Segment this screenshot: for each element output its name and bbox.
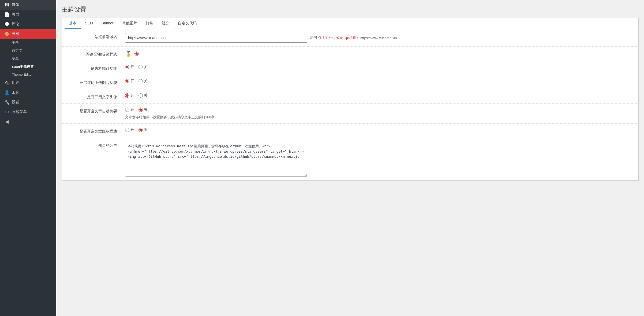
radio-on-label: 开 bbox=[130, 79, 134, 84]
sidebar-item-label: 收起菜单 bbox=[12, 109, 27, 114]
radio-on-label: 开 bbox=[130, 93, 134, 98]
radio-off-sidebar-stats[interactable]: 关 bbox=[138, 65, 148, 69]
sidebar-item-label: 媒体 bbox=[12, 2, 19, 7]
radio-off-comment-upload[interactable]: 关 bbox=[138, 79, 148, 84]
form-row-comment-upload: 开启评论上传图片功能： 开 关 bbox=[62, 75, 638, 89]
tab-other-images[interactable]: 其他图片 bbox=[118, 18, 141, 29]
sidebar-item-comments[interactable]: 💬 评论 bbox=[0, 19, 56, 29]
tab-custom-code[interactable]: 自定义代码 bbox=[174, 18, 201, 29]
radio-on-label: 开 bbox=[130, 107, 134, 112]
radio-off-input-copyright[interactable] bbox=[138, 128, 143, 132]
form-row-auto-excerpt: 是否开启文章自动摘要： 开 关 文章发布时如果不设置摘要，默认摘取文字正文的前1… bbox=[62, 104, 638, 124]
tab-social[interactable]: 社交 bbox=[158, 18, 174, 29]
domain-hint: 示例 必须加上http或者https协议： https://www.xuanmo… bbox=[310, 35, 397, 40]
radio-on-input-auto-excerpt[interactable] bbox=[125, 108, 129, 112]
label-vip: 评论区vip等级样式： bbox=[67, 50, 121, 57]
form-row-text-avatar: 是否开启文字头像： 开 关 bbox=[62, 89, 638, 104]
radio-off-label: 关 bbox=[144, 65, 148, 69]
sidebar-item-pages[interactable]: 📄 页面 bbox=[0, 10, 56, 19]
label-auto-excerpt: 是否开启文章自动摘要： bbox=[67, 107, 121, 114]
settings-icon: ⚙ bbox=[4, 109, 10, 115]
sidebar-sub-themes[interactable]: 主题 bbox=[0, 39, 56, 47]
users-icon: 👤 bbox=[4, 90, 10, 95]
radio-off-copyright[interactable]: 关 bbox=[138, 127, 148, 132]
auto-excerpt-note: 文章发布时如果不设置摘要，默认摘取文字正文的前160字 bbox=[125, 115, 215, 120]
sidebar-item-media[interactable]: 🖼 媒体 bbox=[0, 0, 56, 10]
form-row-copyright: 是否开启文章版权描述： 开 关 bbox=[62, 124, 638, 138]
hint-example-label: 示例 bbox=[310, 35, 317, 40]
sidebar-item-tools[interactable]: 🔧 设置 bbox=[0, 97, 56, 107]
field-domain-row: 示例 必须加上http或者https协议： https://www.xuanmo… bbox=[125, 33, 397, 43]
radio-off-input-text-avatar[interactable] bbox=[138, 93, 143, 98]
form-row-sidebar-stats: 侧边栏统计功能： 开 关 bbox=[62, 61, 638, 75]
hint-red-text: 必须加上http或者https协议： bbox=[318, 36, 359, 40]
radio-on-input-copyright[interactable] bbox=[125, 128, 129, 132]
pages-icon: 📄 bbox=[4, 12, 10, 17]
form-row-sidebar-notice: 侧边栏公告： 本站采用Nuxtjs+Wordpress Rest Api渲染页面… bbox=[62, 138, 638, 180]
form-container: 站点前端域名： 示例 必须加上http或者https协议： https://ww… bbox=[62, 29, 639, 181]
label-comment-upload: 开启评论上传图片功能： bbox=[67, 79, 121, 85]
field-vip: 🏅 bbox=[125, 50, 633, 57]
field-text-avatar: 开 关 bbox=[125, 93, 633, 98]
sidebar-item-label: 设置 bbox=[12, 100, 19, 105]
radio-on-auto-excerpt[interactable]: 开 bbox=[125, 107, 134, 112]
radio-on-input-text-avatar[interactable] bbox=[125, 93, 129, 98]
form-row-vip: 评论区vip等级样式： 🏅 bbox=[62, 47, 638, 61]
field-sidebar-stats: 开 关 bbox=[125, 65, 633, 69]
radio-group-copyright: 开 关 bbox=[125, 127, 148, 132]
sidebar-item-label: 外观 bbox=[12, 31, 19, 36]
page-title: 主题设置 bbox=[62, 5, 639, 14]
tab-basic[interactable]: 基本 bbox=[65, 18, 81, 29]
media-icon: 🖼 bbox=[4, 2, 10, 8]
sidebar-sub-menus[interactable]: 菜单 bbox=[0, 55, 56, 63]
sidebar-item-settings[interactable]: ⚙ 收起菜单 bbox=[0, 107, 56, 117]
sidebar: 🖼 媒体 📄 页面 💬 评论 🎨 外观 主题 自定义 菜单 xuan主题设置 T… bbox=[0, 0, 56, 316]
radio-off-input-auto-excerpt[interactable] bbox=[138, 108, 143, 112]
vip-radio[interactable] bbox=[134, 52, 139, 56]
radio-off-label: 关 bbox=[144, 107, 148, 112]
domain-input[interactable] bbox=[125, 33, 307, 43]
field-vip-row: 🏅 bbox=[125, 50, 139, 57]
radio-on-copyright[interactable]: 开 bbox=[125, 127, 134, 132]
tab-tips[interactable]: 打赏 bbox=[141, 18, 158, 29]
sidebar-item-label: 用户 bbox=[12, 80, 19, 85]
sidebar-item-appearance[interactable]: 🎨 外观 bbox=[0, 29, 56, 39]
radio-on-comment-upload[interactable]: 开 bbox=[125, 79, 134, 84]
plugins-icon: 🔌 bbox=[4, 80, 10, 86]
field-comment-upload: 开 关 bbox=[125, 79, 633, 84]
label-sidebar-stats: 侧边栏统计功能： bbox=[67, 65, 121, 71]
radio-off-text-avatar[interactable]: 关 bbox=[138, 93, 148, 98]
radio-group-comment-upload: 开 关 bbox=[125, 79, 148, 84]
radio-group-sidebar-stats: 开 关 bbox=[125, 65, 148, 69]
tab-banner[interactable]: Banner bbox=[97, 18, 118, 29]
radio-on-text-avatar[interactable]: 开 bbox=[125, 93, 134, 98]
sidebar-item-label: 页面 bbox=[12, 12, 19, 17]
label-domain: 站点前端域名： bbox=[67, 33, 121, 39]
appearance-icon: 🎨 bbox=[4, 31, 10, 36]
sidebar-item-label: 评论 bbox=[12, 22, 19, 27]
field-copyright: 开 关 bbox=[125, 127, 633, 132]
label-copyright: 是否开启文章版权描述： bbox=[67, 127, 121, 134]
comments-icon: 💬 bbox=[4, 21, 10, 27]
radio-off-label: 关 bbox=[144, 93, 148, 98]
field-sidebar-notice: 本站采用Nuxtjs+Wordpress Rest Api渲染页面，源码存放在G… bbox=[125, 142, 633, 177]
sidebar-sub-customize[interactable]: 自定义 bbox=[0, 47, 56, 55]
sidebar-item-users[interactable]: 👤 工具 bbox=[0, 88, 56, 97]
sidebar-sub-xuan-settings[interactable]: xuan主题设置 bbox=[0, 63, 56, 71]
sidebar-item-collapse[interactable]: ◀ bbox=[0, 117, 56, 126]
radio-off-auto-excerpt[interactable]: 关 bbox=[138, 107, 148, 112]
tab-bar: 基本 SEO Banner 其他图片 打赏 社交 自定义代码 bbox=[62, 18, 639, 29]
tab-seo[interactable]: SEO bbox=[81, 18, 97, 29]
vip-emoji: 🏅 bbox=[125, 50, 132, 57]
radio-on-label: 开 bbox=[130, 127, 134, 132]
sidebar-sub-theme-editor[interactable]: Theme Editor bbox=[0, 71, 56, 78]
sidebar-item-plugins[interactable]: 🔌 用户 bbox=[0, 78, 56, 88]
radio-on-input-sidebar-stats[interactable] bbox=[125, 65, 129, 69]
sidebar-item-label: 工具 bbox=[12, 90, 19, 95]
radio-on-input-comment-upload[interactable] bbox=[125, 79, 129, 83]
radio-off-input-sidebar-stats[interactable] bbox=[138, 65, 143, 69]
radio-on-sidebar-stats[interactable]: 开 bbox=[125, 65, 134, 69]
collapse-icon: ◀ bbox=[4, 119, 10, 124]
sidebar-notice-textarea[interactable]: 本站采用Nuxtjs+Wordpress Rest Api渲染页面，源码存放在G… bbox=[125, 142, 307, 177]
radio-off-input-comment-upload[interactable] bbox=[138, 79, 143, 83]
